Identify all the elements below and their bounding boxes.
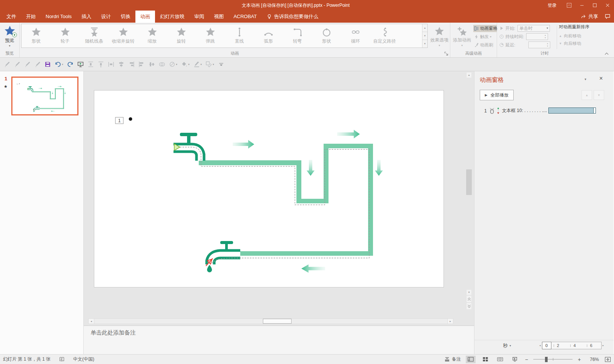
preview-dropdown-caret[interactable]: ▾: [9, 45, 10, 48]
path-custom[interactable]: 自定义路径: [370, 24, 399, 48]
zoom-level[interactable]: 76%: [586, 357, 599, 362]
move-later-button[interactable]: ▼向后移动: [559, 40, 591, 47]
save-button[interactable]: [43, 60, 53, 69]
view-reading-button[interactable]: [495, 356, 505, 363]
spell-check-icon[interactable]: [59, 357, 65, 362]
sign-in-button[interactable]: 登录: [542, 0, 563, 11]
anim-zoom[interactable]: 缩放: [138, 24, 167, 48]
distribute-vertical-tool[interactable]: [86, 60, 96, 69]
animation-painter-button[interactable]: 动画刷: [473, 41, 497, 49]
next-slide-button[interactable]: [466, 303, 472, 310]
shape-fill-tool[interactable]: ▾: [179, 60, 192, 69]
customize-toolbar-button[interactable]: [216, 60, 226, 69]
tab-nordri-tools[interactable]: Nordri Tools: [41, 11, 77, 23]
animation-timeline-bar[interactable]: [548, 108, 596, 114]
duration-input[interactable]: ▴▾: [526, 33, 548, 40]
tab-slideshow[interactable]: 幻灯片放映: [155, 11, 189, 23]
path-lines[interactable]: 直线: [225, 24, 254, 48]
horizontal-scrollbar[interactable]: ◂ ▸: [88, 318, 453, 324]
tab-file[interactable]: 文件: [2, 11, 21, 23]
anim-shape[interactable]: 形状: [21, 24, 51, 48]
reorder-up-button[interactable]: ▲: [582, 90, 592, 100]
align-right-tool[interactable]: [126, 60, 137, 69]
scroll-up-button[interactable]: ▴: [466, 72, 472, 78]
add-animation-button[interactable]: 添加动画 ▾: [451, 24, 473, 49]
comments-icon[interactable]: [605, 14, 610, 19]
fit-to-window-button[interactable]: [605, 357, 611, 362]
scroll-down-button[interactable]: ▾: [466, 289, 472, 295]
view-normal-button[interactable]: [466, 356, 476, 363]
slideshow-from-current-button[interactable]: [75, 60, 86, 69]
path-arcs[interactable]: 弧形: [254, 24, 283, 48]
notes-area[interactable]: 单击此处添加备注: [84, 326, 474, 354]
path-shapes[interactable]: 形状: [312, 24, 341, 48]
distribute-horizontal-tool[interactable]: [106, 60, 116, 69]
anim-bounce[interactable]: 弹跳: [196, 24, 225, 48]
view-slideshow-button[interactable]: [510, 356, 520, 363]
timeline-units-dropdown[interactable]: 秒▾: [503, 342, 511, 349]
slide-canvas[interactable]: [94, 91, 444, 287]
pen-tool-3[interactable]: [22, 60, 32, 69]
zoom-slider[interactable]: [533, 357, 573, 362]
reorder-down-button[interactable]: ▼: [594, 90, 604, 100]
align-left-tool[interactable]: [137, 60, 147, 69]
gallery-scroll-up-button[interactable]: ▴: [422, 24, 427, 32]
pane-close-button[interactable]: ×: [599, 75, 603, 82]
pen-tool-4[interactable]: [32, 60, 43, 69]
preview-button[interactable]: 预览 ▾: [0, 23, 19, 48]
view-slide-sorter-button[interactable]: [480, 356, 490, 363]
anim-spin[interactable]: 旋转: [167, 24, 196, 48]
pen-tool-1[interactable]: [2, 60, 12, 69]
vertical-scrollbar-thumb[interactable]: [466, 169, 472, 195]
gallery-scroll-down-button[interactable]: ▾: [422, 32, 427, 40]
zoom-out-button[interactable]: −: [525, 356, 528, 362]
delay-input[interactable]: ▴▾: [528, 41, 550, 48]
anim-shrink-turn[interactable]: 收缩并旋转: [109, 24, 138, 48]
effect-options-button[interactable]: 效果选项 ▾: [430, 24, 449, 49]
pen-tool-2[interactable]: [12, 60, 22, 69]
align-middle-tool[interactable]: [147, 60, 157, 69]
path-turns[interactable]: 转弯: [283, 24, 312, 48]
slide-drawing[interactable]: [94, 91, 444, 287]
shape-effects-tool[interactable]: ▾: [204, 60, 216, 69]
timeline-scroll-right-button[interactable]: ▸: [603, 344, 604, 347]
tab-acrobat[interactable]: ACROBAT: [229, 11, 262, 23]
animation-list-item[interactable]: 1 文本框 10: . . . . . . . ....: [474, 106, 614, 115]
language-indicator[interactable]: 中文(中国): [73, 356, 94, 362]
tab-design[interactable]: 设计: [96, 11, 116, 23]
zoom-in-button[interactable]: +: [577, 356, 581, 362]
align-center-tool[interactable]: [116, 60, 126, 69]
scroll-right-button[interactable]: ▸: [447, 319, 453, 324]
shape-outline-tool[interactable]: ▾: [192, 60, 204, 69]
trigger-button[interactable]: 触发▾: [473, 33, 497, 40]
timeline-scroll-left-button[interactable]: ◂: [539, 344, 541, 347]
horizontal-scrollbar-thumb[interactable]: [263, 319, 292, 324]
share-button[interactable]: 共享: [581, 13, 598, 20]
ribbon-display-options-button[interactable]: [563, 0, 576, 11]
tab-home[interactable]: 开始: [21, 11, 41, 23]
slide-thumbnail[interactable]: [11, 77, 78, 115]
play-all-button[interactable]: ▶全部播放: [480, 90, 514, 100]
path-loops[interactable]: 循环: [341, 24, 370, 48]
tab-view[interactable]: 视图: [209, 11, 229, 23]
close-button[interactable]: [601, 0, 614, 11]
scroll-left-button[interactable]: ◂: [89, 319, 94, 324]
previous-slide-button[interactable]: [466, 295, 472, 303]
notes-toggle-button[interactable]: 备注: [444, 356, 461, 362]
collapse-ribbon-button[interactable]: [605, 52, 609, 55]
tab-animations[interactable]: 动画: [135, 11, 155, 23]
vertical-scrollbar[interactable]: ▴ ▾: [466, 72, 472, 310]
animation-pane-button[interactable]: 动画窗格: [473, 25, 497, 32]
merge-shapes-tool[interactable]: [157, 60, 167, 69]
tab-transitions[interactable]: 切换: [116, 11, 135, 23]
gallery-more-button[interactable]: ▾: [422, 40, 427, 48]
distribute-vertical-alt-tool[interactable]: [96, 60, 106, 69]
anim-random-bars[interactable]: 随机线条: [80, 24, 109, 48]
tab-review[interactable]: 审阅: [189, 11, 209, 23]
pane-menu-button[interactable]: ▾: [585, 77, 586, 81]
anim-wheel[interactable]: 轮子: [51, 24, 80, 48]
tell-me-box[interactable]: 告诉我你想要做什么: [262, 11, 323, 23]
tab-insert[interactable]: 插入: [77, 11, 96, 23]
maximize-button[interactable]: [588, 0, 601, 11]
start-select[interactable]: 单击时▾: [517, 25, 550, 32]
